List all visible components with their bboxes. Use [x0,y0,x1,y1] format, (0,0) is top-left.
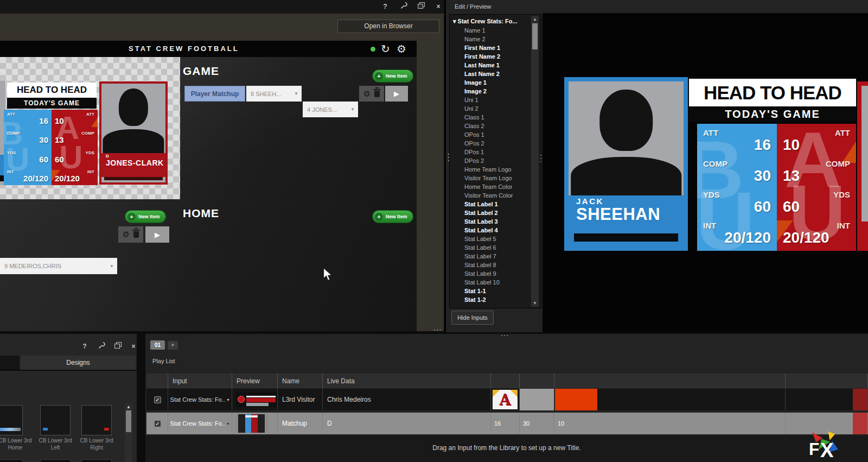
column-header-preview[interactable]: Preview [232,374,278,388]
stat-value: 20/120 [724,230,771,245]
help-icon[interactable]: ? [380,2,391,11]
tree-field-home-team-color[interactable]: Home Team Color [450,182,541,191]
duplicate-window-icon[interactable] [416,2,426,11]
playlist-row-list: ✓Stat Crew Stats: Fo..▼L3rd VisitorChris… [146,389,868,436]
game-new-item-button[interactable]: + New Item [372,69,413,83]
tree-field-image-2[interactable]: Image 2 [450,87,541,96]
stat-value: 10 [783,137,800,153]
chevron-down-icon[interactable]: ▼ [226,398,230,402]
scroll-down-icon[interactable]: ▼ [531,301,539,306]
tree-field-visitor-team-logo[interactable]: Visitor Team Logo [450,174,541,182]
settings-gear-icon[interactable]: ⚙ [397,42,406,55]
game-item-actions: ⚙ [359,86,384,102]
close-icon[interactable]: × [128,342,139,351]
tree-field-stat-label-3[interactable]: Stat Label 3 [450,217,541,226]
playlist-row[interactable]: ✓Stat Crew Stats: Fo..▼MatchupD163010 [146,413,868,434]
trash-icon[interactable] [374,91,380,97]
column-header-live-data[interactable]: Live Data [323,374,491,388]
input-fields-tree: ▾ Stat Crew Stats: Fo... Name 1Name 2Fir… [449,14,541,308]
tree-field-visitor-team-color[interactable]: Visitor Team Color [450,191,541,200]
playlist-tab-01[interactable]: 01 [150,340,165,350]
tree-field-name-2[interactable]: Name 2 [450,35,541,43]
tree-field-stat-1-2[interactable]: Stat 1-2 [450,295,541,304]
designs-scrollbar[interactable]: ▲ [125,404,132,462]
design-accent [104,428,109,431]
tree-field-stat-label-1[interactable]: Stat Label 1 [450,200,541,208]
tree-field-last-name-2[interactable]: Last Name 2 [450,69,541,78]
tree-field-stat-label-8[interactable]: Stat Label 8 [450,261,541,269]
row-enabled-checkbox[interactable]: ✓ [154,420,161,427]
stat-cell-value: 10 [554,420,564,427]
design-thumb-home[interactable] [0,405,23,435]
visitor-new-item-button[interactable]: + New Item [125,210,166,223]
refresh-icon[interactable]: ↻ [381,42,390,55]
game-play-button[interactable]: ▶ [385,86,408,102]
player-matchup-item[interactable]: Player Matchup [184,86,245,102]
tree-field-image-1[interactable]: Image 1 [450,78,541,87]
item-settings-gear-icon[interactable]: ⚙ [123,230,130,239]
scroll-up-icon[interactable]: ▲ [125,404,132,409]
tree-field-stat-1-1[interactable]: Stat 1-1 [450,287,541,295]
tree-root-node[interactable]: ▾ Stat Crew Stats: Fo... [450,17,541,26]
collapse-arrow-icon[interactable]: ▾ [453,18,456,24]
tree-field-dpos-2[interactable]: DPos 2 [450,156,541,165]
tab-library[interactable] [0,356,20,370]
scrollbar-thumb[interactable] [532,23,538,49]
help-icon[interactable]: ? [79,342,90,351]
tree-field-stat-label-5[interactable]: Stat Label 5 [450,235,541,243]
hide-inputs-button[interactable]: Hide Inputs [451,311,494,325]
visitor-stat-panel: A U ATT10COMP13YDS60INT20/120 [777,124,856,251]
small-visitor-photo-card: D JONES-CLARK [99,81,168,185]
tree-field-uni-1[interactable]: Uni 1 [450,96,541,104]
small-visitor-stats: ATT10COMP13YDS60INT20/120 [52,110,98,185]
tree-field-opos-2[interactable]: OPos 2 [450,139,541,148]
stat-cell-value: 30 [520,420,529,427]
column-header-input[interactable]: Input [168,374,232,388]
tree-field-stat-label-7[interactable]: Stat Label 7 [450,252,541,261]
visitor-play-button[interactable]: ▶ [145,226,169,243]
close-icon[interactable]: × [433,2,444,11]
playlist-row[interactable]: ✓Stat Crew Stats: Fo..▼L3rd VisitorChris… [146,389,868,410]
tree-field-dpos-1[interactable]: DPos 1 [450,148,541,156]
player1-dropdown[interactable]: 8 SHEEH... ▼ [246,86,302,102]
tree-field-first-name-2[interactable]: First Name 2 [450,52,541,61]
tree-field-class-2[interactable]: Class 2 [450,122,541,130]
chevron-down-icon[interactable]: ▼ [226,422,230,426]
window-titlebar[interactable] [0,0,444,14]
tree-field-uni-2[interactable]: Uni 2 [450,104,541,113]
home-new-item-button[interactable]: + New Item [372,210,413,223]
design-thumb-right[interactable] [81,405,112,435]
color-swatch [520,389,554,410]
tree-field-last-name-1[interactable]: Last Name 1 [450,61,541,69]
scroll-up-icon[interactable]: ▲ [531,17,539,22]
tree-field-opos-1[interactable]: OPos 1 [450,130,541,139]
column-header-name[interactable]: Name [278,374,323,388]
scrollbar-thumb[interactable] [126,410,131,432]
tools-icon[interactable] [398,2,409,11]
tree-field-stat-label-6[interactable]: Stat Label 6 [450,243,541,252]
item-settings-gear-icon[interactable]: ⚙ [363,89,371,99]
duplicate-window-icon[interactable] [112,342,123,351]
tab-designs[interactable]: Designs [21,356,136,370]
tree-field-stat-label-10[interactable]: Stat Label 10 [450,278,541,287]
design-thumb-left[interactable] [40,405,71,435]
add-playlist-tab-button[interactable]: + [168,341,178,350]
player2-dropdown[interactable]: 4 JONES... ▼ [303,102,358,117]
trash-icon[interactable] [133,231,139,238]
column-header-extra [520,374,554,388]
row-enabled-checkbox[interactable]: ✓ [154,396,161,403]
tree-field-stat-label-9[interactable]: Stat Label 9 [450,269,541,278]
playlist-splitter-handle[interactable]: ⋯ [500,330,509,340]
tree-field-stat-label-4[interactable]: Stat Label 4 [450,226,541,235]
tree-field-home-team-logo[interactable]: Home Team Logo [450,165,541,174]
tree-field-class-1[interactable]: Class 1 [450,113,541,122]
visitor-player-dropdown[interactable]: 9 MEDEIROS,CHRIS ▼ [0,258,117,274]
tree-field-name-1[interactable]: Name 1 [450,26,541,35]
tools-icon[interactable] [96,342,107,351]
open-in-browser-button[interactable]: Open in Browser [337,20,439,33]
stat-value: 13 [783,168,800,183]
game-section-heading: GAME [183,65,219,78]
stat-value: 60 [55,155,64,163]
tree-field-stat-label-2[interactable]: Stat Label 2 [450,208,541,217]
tree-field-first-name-1[interactable]: First Name 1 [450,43,541,52]
